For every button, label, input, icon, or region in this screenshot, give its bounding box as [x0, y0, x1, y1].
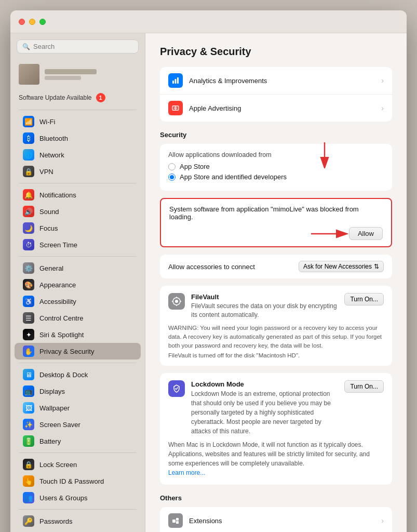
divider-6 — [19, 509, 137, 510]
sidebar-item-siri[interactable]: ✦ Siri & Spotlight — [15, 326, 141, 343]
titlebar — [10, 10, 407, 33]
advertising-label: Apple Advertising — [189, 104, 381, 112]
filevault-warning: WARNING: You will need your login passwo… — [168, 324, 384, 351]
radio-label-appstore: App Store — [180, 163, 210, 170]
search-box[interactable]: 🔍 — [17, 39, 139, 54]
lockdown-info: Lockdown Mode Lockdown Mode is an extrem… — [191, 380, 338, 436]
user-profile[interactable] — [10, 60, 145, 91]
sidebar-item-sound[interactable]: 🔊 Sound — [15, 203, 141, 220]
svg-rect-0 — [172, 81, 174, 84]
chevron-updown-icon: ⇅ — [374, 263, 379, 270]
sidebar-item-label: Wi-Fi — [39, 118, 55, 126]
lockdown-button[interactable]: Turn On... — [344, 380, 384, 393]
lockdown-desc: Lockdown Mode is an extreme, optional pr… — [191, 389, 338, 436]
lockdown-extra-text: When Mac is in Lockdown Mode, it will no… — [168, 440, 384, 477]
sidebar-item-users[interactable]: 👥 Users & Groups — [15, 489, 141, 506]
lockdown-section: Lockdown Mode Lockdown Mode is an extrem… — [160, 373, 392, 485]
sidebar-item-label: General — [39, 264, 63, 272]
accessories-select[interactable]: Ask for New Accessories ⇅ — [299, 261, 384, 272]
close-button[interactable] — [19, 19, 25, 25]
passwords-icon: 🔑 — [23, 515, 34, 527]
analytics-icon — [168, 73, 183, 88]
sidebar-item-screensaver[interactable]: ✨ Screen Saver — [15, 416, 141, 433]
sidebar-item-lockscreen[interactable]: 🔒 Lock Screen — [15, 456, 141, 473]
lockdown-icon — [168, 380, 185, 397]
allow-apps-section: Allow applications downloaded from App S… — [160, 144, 392, 191]
radio-circle-appstore[interactable] — [168, 163, 176, 170]
lockdown-learn-more-link[interactable]: Learn more... — [168, 469, 205, 476]
allow-apps-label: Allow applications downloaded from — [168, 151, 384, 158]
minimize-button[interactable] — [29, 19, 35, 25]
search-input[interactable] — [33, 43, 133, 50]
filevault-button[interactable]: Turn On... — [344, 293, 384, 305]
software-update-row[interactable]: Software Update Available 1 — [10, 91, 145, 107]
divider-2 — [19, 183, 137, 183]
sidebar-item-label: Sound — [39, 208, 59, 216]
radio-appstore-identified[interactable]: App Store and identified developers — [168, 173, 384, 181]
svg-point-7 — [175, 300, 178, 303]
controlcentre-icon: ☰ — [23, 312, 34, 324]
sidebar-item-bluetooth[interactable]: ₿ Bluetooth — [15, 130, 141, 147]
sidebar-section-desktop: 🖥 Desktop & Dock 📺 Displays 🖼 Wallpaper … — [10, 366, 145, 449]
sidebar-item-label: Lock Screen — [39, 461, 77, 469]
analytics-row[interactable]: Analytics & Improvements › — [160, 67, 392, 95]
page-title: Privacy & Security — [160, 46, 392, 58]
analytics-group: Analytics & Improvements › Apple Adverti… — [160, 67, 392, 122]
sidebar-item-desktop[interactable]: 🖥 Desktop & Dock — [15, 366, 141, 383]
sidebar-item-displays[interactable]: 📺 Displays — [15, 383, 141, 400]
screensaver-icon: ✨ — [23, 419, 34, 430]
accessibility-icon: ♿ — [23, 296, 34, 307]
allow-button[interactable]: Allow — [349, 227, 383, 240]
users-icon: 👥 — [23, 492, 34, 503]
sidebar-item-network[interactable]: 🌐 Network — [15, 147, 141, 163]
radio-appstore[interactable]: App Store — [168, 163, 384, 170]
sidebar-item-label: Network — [39, 151, 64, 159]
sidebar-item-label: Battery — [39, 437, 61, 445]
sidebar-item-wifi[interactable]: 📶 Wi-Fi — [15, 113, 141, 130]
security-section-header: Security — [160, 131, 392, 139]
radio-circle-identified[interactable] — [168, 174, 176, 181]
sidebar-item-general[interactable]: ⚙️ General — [15, 260, 141, 276]
divider-4 — [19, 363, 137, 363]
sidebar-item-wallpaper[interactable]: 🖼 Wallpaper — [15, 400, 141, 416]
svg-rect-1 — [175, 79, 177, 84]
touchid-icon: 👆 — [23, 475, 34, 487]
sidebar-item-accessibility[interactable]: ♿ Accessibility — [15, 293, 141, 310]
sidebar-item-label: Appearance — [39, 281, 76, 289]
user-info — [45, 69, 97, 80]
arrow-right-annotation — [308, 228, 350, 240]
desktop-icon: 🖥 — [23, 369, 34, 380]
sidebar-item-notifications[interactable]: 🔔 Notifications — [15, 187, 141, 203]
focus-icon: 🌙 — [23, 222, 34, 234]
sidebar-item-label: Passwords — [39, 517, 73, 525]
chevron-right-icon: › — [381, 516, 384, 525]
main-content: 🔍 Software Update Available 1 — [10, 33, 407, 532]
bluetooth-icon: ₿ — [23, 132, 34, 144]
sidebar-item-privacy[interactable]: ✋ Privacy & Security — [15, 343, 141, 360]
filevault-status: FileVault is turned off for the disk "Ma… — [168, 352, 384, 358]
sidebar-item-label: Siri & Spotlight — [39, 331, 84, 339]
vpn-icon: 🔒 — [23, 166, 34, 177]
advertising-row[interactable]: Apple Advertising › — [160, 95, 392, 122]
sidebar-item-touchid[interactable]: 👆 Touch ID & Password — [15, 473, 141, 489]
fullscreen-button[interactable] — [39, 19, 46, 25]
sidebar-item-battery[interactable]: 🔋 Battery — [15, 433, 141, 449]
search-icon: 🔍 — [22, 43, 30, 50]
user-sub — [45, 76, 81, 80]
sidebar-section-passwords: 🔑 Passwords — [10, 513, 145, 529]
filevault-info: FileVault FileVault secures the data on … — [191, 293, 338, 320]
lockscreen-icon: 🔒 — [23, 459, 34, 470]
sidebar-item-label: Privacy & Security — [39, 348, 94, 355]
wallpaper-icon: 🖼 — [23, 402, 34, 414]
sidebar-item-controlcentre[interactable]: ☰ Control Centre — [15, 310, 141, 326]
extensions-row[interactable]: Extensions › — [160, 507, 392, 532]
sidebar-item-focus[interactable]: 🌙 Focus — [15, 220, 141, 236]
sidebar-item-screentime[interactable]: ⏱ Screen Time — [15, 236, 141, 253]
sidebar-item-passwords[interactable]: 🔑 Passwords — [15, 513, 141, 529]
advertising-icon — [168, 101, 183, 115]
update-label: Software Update Available — [19, 94, 92, 101]
sidebar-item-label: Bluetooth — [39, 135, 68, 142]
sidebar-item-appearance[interactable]: 🎨 Appearance — [15, 276, 141, 293]
wifi-icon: 📶 — [23, 116, 34, 127]
sidebar-item-vpn[interactable]: 🔒 VPN — [15, 163, 141, 180]
